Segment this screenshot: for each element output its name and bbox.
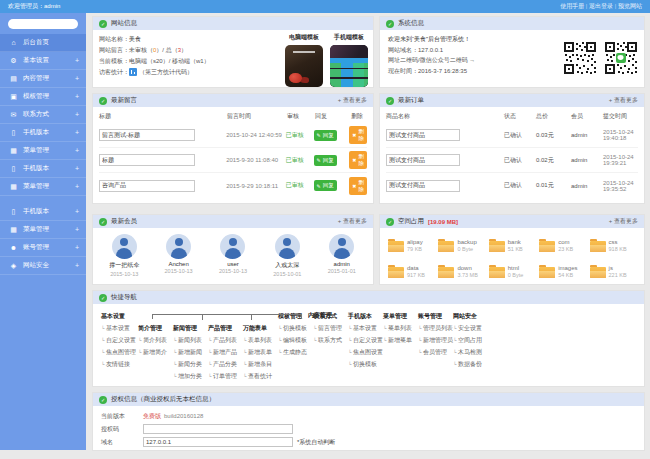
quicknav-link[interactable]: 安全设置 (453, 322, 488, 334)
sidebar-search-input[interactable] (8, 19, 78, 29)
expand-plus-icon[interactable]: + (75, 262, 79, 269)
auth-code-input[interactable] (143, 424, 293, 434)
expand-plus-icon[interactable]: + (75, 111, 79, 118)
quicknav-link[interactable]: 新增简介 (138, 346, 173, 358)
quicknav-link[interactable]: 自定义设置 (101, 334, 138, 346)
expand-plus-icon[interactable]: + (75, 93, 79, 100)
quicknav-link[interactable]: 会员管理 (418, 346, 453, 358)
expand-plus-icon[interactable]: + (75, 244, 79, 251)
member-item[interactable]: user 2015-10-13 (206, 234, 260, 277)
folder-item[interactable]: bank 51 KB (487, 233, 537, 259)
member-item[interactable]: 撑一把纸伞 2015-10-13 (97, 234, 151, 277)
sidebar-item[interactable]: ✉ 联系方式 + (0, 106, 86, 124)
pc-template-thumbnail[interactable] (285, 45, 323, 87)
quicknav-link[interactable]: 木马检测 (453, 346, 488, 358)
expand-plus-icon[interactable]: + (75, 129, 79, 136)
quicknav-link[interactable]: 增加分类 (173, 370, 208, 382)
topbar-link[interactable]: 使用手册 (560, 2, 584, 11)
domain-input[interactable] (143, 437, 293, 447)
expand-plus-icon[interactable]: + (75, 208, 79, 215)
expand-plus-icon[interactable]: + (75, 75, 79, 82)
quicknav-link[interactable]: 新增新闻 (173, 346, 208, 358)
sidebar-item[interactable]: ▯ 手机版本 + (0, 124, 86, 142)
quicknav-link[interactable]: 联系方式 (313, 334, 348, 346)
message-title-input[interactable] (99, 180, 195, 192)
quicknav-link[interactable]: 数据备份 (453, 358, 488, 370)
folder-item[interactable]: backup 0 Byte (436, 233, 486, 259)
folder-item[interactable]: down 3.73 MB (436, 259, 486, 285)
quicknav-link[interactable]: 新增条目 (243, 358, 278, 370)
sidebar-item[interactable]: ▯ 手机版本 + (0, 160, 86, 178)
reply-button[interactable]: ✎回复 (314, 180, 337, 191)
quicknav-link[interactable]: 表单列表 (243, 334, 278, 346)
quicknav-link[interactable]: 新增产品 (208, 346, 243, 358)
expand-plus-icon[interactable]: + (75, 165, 79, 172)
order-name-input[interactable] (386, 180, 460, 192)
quicknav-link[interactable]: 留言管理 (313, 322, 348, 334)
order-name-input[interactable] (386, 154, 460, 166)
view-more-link[interactable]: + 查看更多 (338, 96, 367, 105)
topbar-link[interactable]: 预览网站 (613, 2, 642, 11)
quicknav-link[interactable]: 生成静态 (278, 346, 313, 358)
folder-item[interactable]: css 918 KB (588, 233, 638, 259)
folder-item[interactable]: data 917 KB (386, 259, 436, 285)
sidebar-item[interactable]: ◈ 网站安全 + (0, 257, 86, 275)
member-item[interactable]: 入戏太深 2015-10-01 (260, 234, 314, 277)
bar-chart-icon[interactable] (129, 68, 137, 76)
quicknav-link[interactable]: 焦点图管理 (101, 346, 138, 358)
quicknav-link[interactable]: 菜单列表 (383, 322, 418, 334)
member-item[interactable]: Anchen 2015-10-13 (151, 234, 205, 277)
folder-item[interactable]: js 221 KB (588, 259, 638, 285)
quicknav-link[interactable]: 查看统计 (243, 370, 278, 382)
quicknav-link[interactable]: 基本设置 (101, 322, 138, 334)
message-title-input[interactable] (99, 154, 195, 166)
quicknav-link[interactable]: 新增管理员 (418, 334, 453, 346)
expand-plus-icon[interactable]: + (75, 57, 79, 64)
quicknav-link[interactable]: 简介列表 (138, 334, 173, 346)
quicknav-link[interactable]: 新增表单 (243, 346, 278, 358)
topbar-link[interactable]: 退出登录 (584, 2, 613, 11)
expand-plus-icon[interactable]: + (75, 147, 79, 154)
quicknav-link[interactable]: 空间占用 (453, 334, 488, 346)
view-more-link[interactable]: + 查看更多 (609, 217, 638, 226)
folder-item[interactable]: com 23 KB (537, 233, 587, 259)
sidebar-item[interactable]: ▤ 内容管理 + (0, 70, 86, 88)
sidebar-item[interactable]: ▯ 手机版本 + (0, 203, 86, 221)
quicknav-link[interactable]: 订单管理 (208, 370, 243, 382)
quicknav-link[interactable]: 产品分类 (208, 358, 243, 370)
sidebar-item[interactable]: ▦ 菜单管理 + (0, 142, 86, 160)
quicknav-link[interactable]: 新闻列表 (173, 334, 208, 346)
quicknav-link[interactable]: 自定义设置 (348, 334, 383, 346)
quicknav-link[interactable]: 编辑模板 (278, 334, 313, 346)
quicknav-link[interactable]: 切换模板 (348, 358, 383, 370)
quicknav-link[interactable]: 新闻分类 (173, 358, 208, 370)
quicknav-link[interactable]: 焦点图设置 (348, 346, 383, 358)
reply-button[interactable]: ✎回复 (314, 130, 337, 141)
sidebar-item[interactable]: ☻ 账号管理 + (0, 239, 86, 257)
view-more-link[interactable]: + 查看更多 (609, 96, 638, 105)
folder-item[interactable]: images 54 KB (537, 259, 587, 285)
expand-plus-icon[interactable]: + (75, 226, 79, 233)
order-name-input[interactable] (386, 129, 460, 141)
folder-item[interactable]: html 0 Byte (487, 259, 537, 285)
quicknav-link[interactable]: 基本设置 (348, 322, 383, 334)
quicknav-link[interactable]: 产品列表 (208, 334, 243, 346)
quicknav-link[interactable]: 切换模板 (278, 322, 313, 334)
sidebar-item[interactable]: ⚙ 基本设置 + (0, 52, 86, 70)
sidebar-item[interactable]: ▣ 模板管理 + (0, 88, 86, 106)
member-item[interactable]: admin 2015-01-01 (315, 234, 369, 277)
folder-item[interactable]: alipay 79 KB (386, 233, 436, 259)
delete-button[interactable]: ✖删除 (349, 177, 367, 195)
mobile-template-thumbnail[interactable] (330, 45, 368, 87)
message-title-input[interactable] (99, 129, 195, 141)
sidebar-item[interactable]: ▦ 菜单管理 + (0, 178, 86, 196)
quicknav-link[interactable]: 管理员列表 (418, 322, 453, 334)
expand-plus-icon[interactable]: + (75, 183, 79, 190)
quicknav-link[interactable]: 友情链接 (101, 358, 138, 370)
reply-button[interactable]: ✎回复 (314, 155, 337, 166)
sidebar-item[interactable]: ▦ 菜单管理 + (0, 221, 86, 239)
delete-button[interactable]: ✖删除 (349, 151, 367, 169)
view-more-link[interactable]: + 查看更多 (338, 217, 367, 226)
delete-button[interactable]: ✖删除 (349, 126, 367, 144)
sidebar-item[interactable]: ⌂ 后台首页 (0, 34, 86, 52)
